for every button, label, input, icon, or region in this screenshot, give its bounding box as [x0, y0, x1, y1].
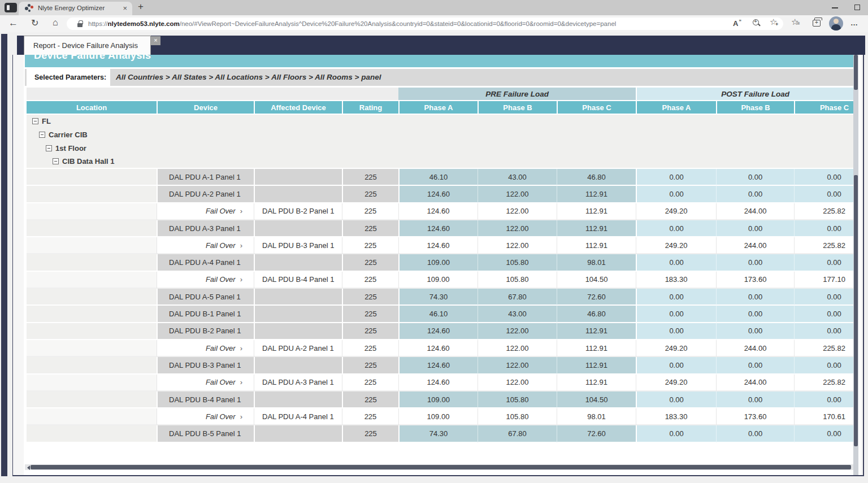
tree-label-fl[interactable]: FL [42, 117, 51, 125]
cell-post-phase-c: 0.00 [794, 425, 853, 442]
cell-pre-phase-c: 112.91 [557, 186, 636, 203]
cell-rating: 225 [342, 254, 398, 271]
column-header-location[interactable]: Location [27, 101, 157, 115]
address-bar[interactable]: https://nlytedemo53.nlyte.com/neo/#ViewR… [67, 18, 783, 30]
cell-post-phase-a: 0.00 [636, 220, 716, 237]
fail-over-row: Fail Over›DAL PDU B-4 Panel 1225109.0010… [27, 272, 853, 289]
cell-location [27, 425, 157, 442]
group-header-pre-failure-load: PRE Failure Load [398, 88, 636, 101]
collapse-icon[interactable] [32, 118, 38, 124]
device-row: DAL PDU A-1 Panel 122546.1043.0046.800.0… [27, 169, 853, 186]
horizontal-scrollbar-thumb[interactable] [31, 465, 851, 469]
zoom-in-icon[interactable] [753, 19, 759, 25]
read-aloud-icon[interactable]: A” [733, 19, 741, 28]
cell-fail-over[interactable]: Fail Over› [157, 203, 254, 220]
refresh-icon[interactable]: ↻ [31, 18, 38, 28]
cell-rating: 225 [342, 323, 398, 340]
vertical-scrollbar[interactable] [853, 55, 858, 475]
cell-device: DAL PDU B-2 Panel 1 [157, 323, 254, 340]
more-options-icon[interactable]: … [850, 19, 858, 27]
tree-label-carrier-cib[interactable]: Carrier CIB [49, 130, 88, 139]
column-header-pre-phase-b[interactable]: Phase B [478, 101, 557, 115]
cell-fail-over[interactable]: Fail Over› [157, 408, 254, 425]
cell-pre-phase-c: 112.91 [557, 323, 636, 340]
cell-location [27, 306, 157, 323]
vertical-scrollbar-thumb[interactable] [854, 175, 858, 446]
column-header-pre-phase-c[interactable]: Phase C [557, 101, 636, 115]
cell-rating: 225 [342, 340, 398, 357]
collapse-icon[interactable] [46, 145, 52, 151]
cell-pre-phase-b: 122.00 [478, 186, 557, 203]
collapse-icon[interactable] [53, 158, 59, 164]
nlyte-favicon [25, 4, 34, 13]
column-header-post-phase-c[interactable]: Phase C [794, 101, 853, 115]
lock-icon[interactable] [77, 23, 83, 27]
chevron-right-icon: › [240, 378, 242, 386]
cell-post-phase-b: 0.00 [716, 425, 794, 442]
device-row: DAL PDU B-3 Panel 1225124.60122.00112.91… [27, 357, 853, 374]
cell-affected-device [254, 169, 342, 186]
maximize-icon[interactable] [854, 5, 860, 10]
column-header-post-phase-b[interactable]: Phase B [716, 101, 794, 115]
chevron-right-icon: › [240, 412, 242, 421]
column-header-post-phase-a[interactable]: Phase A [636, 101, 716, 115]
new-tab-icon[interactable]: + [138, 1, 144, 12]
browser-toolbar: ← ↻ ⌂ https://nlytedemo53.nlyte.com/neo/… [0, 15, 868, 32]
cell-affected-device [254, 254, 342, 271]
cell-location [27, 220, 157, 237]
device-row: DAL PDU B-5 Panel 122574.3067.8072.600.0… [27, 425, 853, 442]
cell-pre-phase-c: 98.01 [557, 254, 636, 271]
cell-post-phase-c: 0.00 [794, 306, 853, 323]
column-header-device[interactable]: Device [157, 101, 254, 115]
cell-fail-over[interactable]: Fail Over› [157, 340, 254, 357]
cell-post-phase-a: 0.00 [636, 323, 716, 340]
cell-rating: 225 [342, 220, 398, 237]
cell-pre-phase-b: 105.80 [478, 272, 557, 289]
cell-post-phase-b: 0.00 [716, 186, 794, 203]
browser-tab[interactable]: Nlyte Energy Optimizer × [19, 2, 132, 15]
tab-close-icon[interactable]: × [123, 4, 127, 12]
cell-pre-phase-c: 98.01 [557, 408, 636, 425]
cell-pre-phase-a: 109.00 [398, 391, 478, 408]
minimize-icon[interactable] [832, 7, 838, 8]
report-tab[interactable]: Report - Device Failure Analysis [24, 36, 151, 55]
url-text[interactable]: https://nlytedemo53.nlyte.com/neo/#ViewR… [88, 20, 616, 27]
collections-icon[interactable] [813, 20, 821, 27]
collapse-icon[interactable] [39, 132, 45, 138]
cell-pre-phase-a: 46.10 [398, 306, 478, 323]
cell-post-phase-b: 173.60 [716, 272, 794, 289]
fail-over-row: Fail Over›DAL PDU A-4 Panel 1225109.0010… [27, 408, 853, 425]
column-header-rating[interactable]: Rating [342, 101, 398, 115]
tree-label-1st-floor[interactable]: 1st Floor [55, 144, 86, 153]
column-header-pre-phase-a[interactable]: Phase A [398, 101, 478, 115]
cell-pre-phase-b: 105.80 [478, 254, 557, 271]
cell-location [27, 203, 157, 220]
chevron-right-icon: › [240, 207, 242, 215]
cell-fail-over[interactable]: Fail Over› [157, 375, 254, 391]
vertical-scrollbar-thumb-upper[interactable] [854, 55, 858, 90]
failure-analysis-table: PRE Failure LoadPOST Failure LoadLocatio… [27, 88, 853, 443]
cell-device: DAL PDU B-1 Panel 1 [157, 306, 254, 323]
device-row: DAL PDU A-2 Panel 1225124.60122.00112.91… [27, 186, 853, 203]
cell-rating: 225 [342, 272, 398, 289]
cell-location [27, 323, 157, 340]
tab-actions-icon[interactable] [5, 3, 17, 12]
horizontal-scrollbar[interactable] [25, 464, 853, 470]
tree-label-cib-data-hall-1[interactable]: CIB Data Hall 1 [62, 157, 114, 166]
cell-fail-over[interactable]: Fail Over› [157, 237, 254, 254]
cell-pre-phase-a: 74.30 [398, 289, 478, 306]
cell-rating: 225 [342, 425, 398, 442]
device-row: DAL PDU B-1 Panel 122546.1043.0046.800.0… [27, 306, 853, 323]
cell-fail-over[interactable]: Fail Over› [157, 272, 254, 289]
favorites-hub-icon[interactable]: ☆ [791, 17, 798, 27]
cell-pre-phase-c: 46.80 [557, 169, 636, 186]
selected-parameters-value: All Countries > All States > All Locatio… [116, 69, 381, 86]
home-icon[interactable]: ⌂ [53, 18, 58, 28]
back-icon[interactable]: ← [8, 18, 18, 29]
cell-rating: 225 [342, 408, 398, 425]
report-tab-close-icon[interactable]: × [151, 36, 160, 45]
cell-affected-device: DAL PDU B-2 Panel 1 [254, 203, 342, 220]
favorite-add-icon[interactable]: ☆ [770, 17, 777, 27]
column-header-affected-device[interactable]: Affected Device [254, 101, 342, 115]
profile-avatar[interactable] [829, 16, 843, 31]
